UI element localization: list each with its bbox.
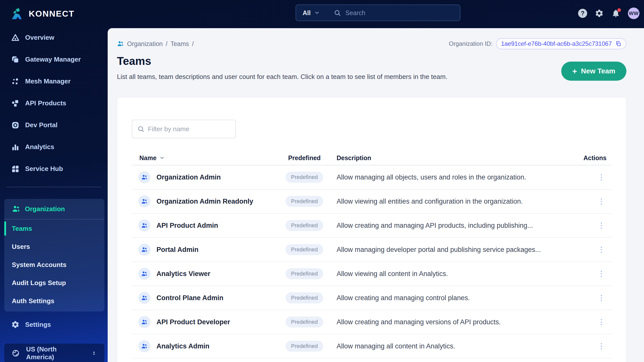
notification-badge bbox=[617, 8, 621, 12]
sidebar-item-gateway-manager[interactable]: Gateway Manager bbox=[0, 49, 108, 70]
gear-icon bbox=[11, 320, 20, 329]
team-avatar bbox=[138, 268, 150, 280]
actions-cell bbox=[576, 317, 612, 327]
actions-cell bbox=[576, 172, 612, 183]
sidebar-item-analytics[interactable]: Analytics bbox=[0, 136, 108, 158]
predefined-cell: Predefined bbox=[279, 292, 330, 303]
row-actions-kebab-button[interactable] bbox=[599, 172, 604, 183]
organization-id-chip[interactable]: 1ae91cef-e76b-40bf-ac6b-a3c25c731067 bbox=[496, 38, 626, 49]
sidebar-item-audit-logs-setup[interactable]: Audit Logs Setup bbox=[4, 274, 104, 292]
row-actions-kebab-button[interactable] bbox=[599, 317, 604, 327]
sidebar-item-teams[interactable]: Teams bbox=[4, 219, 104, 238]
table-row[interactable]: Control Plane Admin Predefined Allow cre… bbox=[132, 286, 612, 310]
team-description: Allow managing all content in Analytics. bbox=[330, 342, 576, 350]
settings-gear-button[interactable] bbox=[595, 9, 604, 18]
user-avatar[interactable]: WW bbox=[628, 8, 639, 19]
predefined-badge: Predefined bbox=[286, 172, 323, 183]
sidebar-item-auth-settings[interactable]: Auth Settings bbox=[4, 292, 104, 310]
search-input[interactable]: Search bbox=[345, 9, 365, 17]
team-description: Allow viewing all content in Analytics. bbox=[330, 270, 576, 278]
predefined-badge: Predefined bbox=[286, 341, 323, 352]
team-description: Allow viewing all entities and configura… bbox=[330, 198, 576, 205]
table-row[interactable]: Analytics Admin Predefined Allow managin… bbox=[132, 334, 612, 358]
team-name[interactable]: Organization Admin bbox=[156, 173, 221, 181]
column-header-actions: Actions bbox=[576, 154, 612, 162]
organization-id-value: 1ae91cef-e76b-40bf-ac6b-a3c25c731067 bbox=[501, 40, 612, 47]
team-description: Allow creating and managing control plan… bbox=[330, 294, 576, 302]
predefined-badge: Predefined bbox=[286, 292, 323, 303]
sidebar-item-organization[interactable]: Organization bbox=[4, 199, 104, 219]
team-name[interactable]: Organization Admin Readonly bbox=[156, 198, 253, 205]
predefined-cell: Predefined bbox=[279, 220, 330, 231]
team-avatar bbox=[138, 244, 150, 256]
sidebar-item-settings[interactable]: Settings bbox=[0, 317, 108, 332]
table-row[interactable]: Organization Admin Predefined Allow mana… bbox=[132, 165, 612, 190]
breadcrumb: Organization / Teams / bbox=[117, 40, 194, 48]
row-actions-kebab-button[interactable] bbox=[599, 196, 604, 207]
sidebar-item-mesh-manager[interactable]: Mesh Manager bbox=[0, 70, 108, 92]
sidebar: Overview Gateway Manager Mesh Manager AP… bbox=[0, 0, 108, 362]
sidebar-divider bbox=[7, 187, 101, 187]
region-selector[interactable]: US (North America) bbox=[4, 344, 104, 362]
row-actions-kebab-button[interactable] bbox=[599, 269, 604, 279]
column-header-name[interactable]: Name bbox=[132, 154, 279, 162]
team-name[interactable]: Analytics Admin bbox=[156, 342, 210, 350]
sidebar-item-overview[interactable]: Overview bbox=[0, 27, 108, 49]
dev-portal-icon bbox=[11, 121, 20, 129]
search-scope-select[interactable]: All bbox=[303, 9, 311, 17]
team-avatar bbox=[138, 316, 150, 328]
predefined-cell: Predefined bbox=[279, 172, 330, 183]
sidebar-item-system-accounts[interactable]: System Accounts bbox=[4, 256, 104, 274]
team-name-cell: API Product Developer bbox=[132, 316, 279, 328]
row-actions-kebab-button[interactable] bbox=[599, 341, 604, 351]
analytics-icon bbox=[11, 143, 20, 151]
page-description: List all teams, team descriptions and us… bbox=[117, 73, 448, 81]
predefined-badge: Predefined bbox=[286, 268, 323, 279]
team-people-icon bbox=[141, 319, 148, 325]
table-header: Name Predefined Description Actions bbox=[132, 151, 612, 165]
table-row[interactable]: API Product Developer Predefined Allow c… bbox=[132, 310, 612, 334]
team-avatar bbox=[138, 340, 150, 352]
row-actions-kebab-button[interactable] bbox=[599, 293, 604, 303]
team-name-cell: Portal Admin bbox=[132, 244, 279, 256]
predefined-cell: Predefined bbox=[279, 196, 330, 207]
page-head-text: Teams List all teams, team descriptions … bbox=[117, 55, 448, 81]
team-name-cell: Analytics Admin bbox=[132, 340, 279, 352]
actions-cell bbox=[576, 293, 612, 303]
predefined-badge: Predefined bbox=[286, 220, 323, 231]
table-row[interactable]: Organization Admin Readonly Predefined A… bbox=[132, 190, 612, 214]
team-avatar bbox=[138, 195, 150, 207]
sidebar-item-service-hub[interactable]: Service Hub bbox=[0, 158, 108, 180]
breadcrumb-teams[interactable]: Teams bbox=[171, 40, 189, 48]
search-icon bbox=[137, 125, 144, 132]
actions-cell bbox=[576, 269, 612, 279]
team-people-icon bbox=[141, 174, 148, 180]
new-team-button[interactable]: + New Team bbox=[561, 62, 626, 81]
predefined-badge: Predefined bbox=[286, 244, 323, 255]
table-row[interactable]: Analytics Viewer Predefined Allow viewin… bbox=[132, 262, 612, 286]
team-name[interactable]: Portal Admin bbox=[156, 246, 198, 254]
organization-panel: Organization Teams Users System Accounts… bbox=[4, 199, 104, 311]
team-people-icon bbox=[141, 222, 148, 229]
chevron-down-icon bbox=[314, 10, 320, 16]
breadcrumb-organization[interactable]: Organization bbox=[127, 40, 163, 48]
filter-by-name-input[interactable] bbox=[148, 125, 230, 133]
notifications-button[interactable] bbox=[611, 9, 620, 18]
global-search[interactable]: All Search bbox=[296, 5, 460, 21]
predefined-cell: Predefined bbox=[279, 341, 330, 352]
sidebar-item-dev-portal[interactable]: Dev Portal bbox=[0, 114, 108, 136]
team-name[interactable]: Analytics Viewer bbox=[156, 270, 210, 278]
help-button[interactable]: ? bbox=[578, 9, 587, 18]
sidebar-item-api-products[interactable]: API Products bbox=[0, 92, 108, 114]
row-actions-kebab-button[interactable] bbox=[599, 220, 604, 231]
sidebar-item-users[interactable]: Users bbox=[4, 238, 104, 256]
plus-icon: + bbox=[572, 67, 577, 75]
team-name[interactable]: API Product Admin bbox=[156, 222, 218, 230]
row-actions-kebab-button[interactable] bbox=[599, 245, 604, 255]
table-row[interactable]: Portal Admin Predefined Allow managing d… bbox=[132, 238, 612, 262]
team-name[interactable]: API Product Developer bbox=[156, 318, 230, 326]
table-row[interactable]: API Product Admin Predefined Allow creat… bbox=[132, 214, 612, 238]
team-name-cell: Organization Admin Readonly bbox=[132, 195, 279, 207]
team-name[interactable]: Control Plane Admin bbox=[156, 294, 223, 302]
api-products-icon bbox=[11, 99, 20, 108]
